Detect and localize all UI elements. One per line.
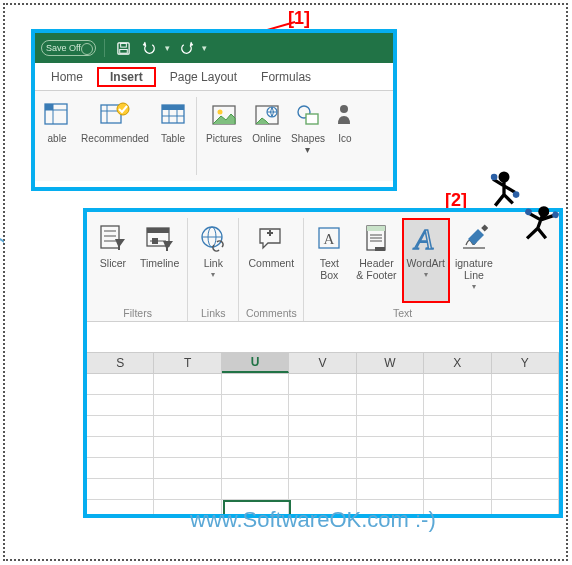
chevron-down-icon: ▾ [424,270,428,279]
svg-point-51 [513,191,520,198]
group-filters: Slicer Timeline Filters [91,218,184,321]
svg-text:A: A [413,222,434,255]
link-button[interactable]: Link ▾ [191,218,235,303]
slicer-icon [98,223,128,253]
col-T[interactable]: T [154,353,221,373]
spreadsheet-grid[interactable] [87,374,559,518]
timeline-icon [145,223,175,253]
col-Y[interactable]: Y [492,353,559,373]
panel-1-excel-ribbon-top: Save Off ▾ ▾ Home Insert Page Layout For… [31,29,397,191]
svg-rect-32 [152,238,158,244]
panel-2-excel-ribbon-bottom: Slicer Timeline Filters Link ▾ Links [83,208,563,518]
watermark-horizontal: www.SoftwareOK.com :-) [190,507,436,533]
shapes-button[interactable]: Shapes ▾ [287,97,329,157]
text-box-button[interactable]: A Text Box [307,218,351,303]
autosave-prefix: Save [46,43,67,53]
recommended-icon [99,101,131,129]
undo-icon[interactable] [139,38,159,58]
pictures-button[interactable]: Pictures [202,97,246,146]
header-footer-icon [364,223,388,253]
text-box-icon: A [315,223,343,253]
link-icon [198,223,228,253]
ribbon-tabs: Home Insert Page Layout Formulas [35,63,393,91]
svg-point-18 [218,110,223,115]
svg-point-54 [551,211,559,219]
wordart-icon: A [410,221,442,255]
icons-icon [335,102,355,128]
group-links: Link ▾ Links [191,218,235,321]
ribbon-area-1: able Recommended Table Pictures Online S… [35,91,393,181]
group-text: A Text Box Header & Footer A WordArt ▾ i… [307,218,498,321]
header-footer-button[interactable]: Header & Footer [351,218,401,303]
pictures-icon [211,102,237,128]
table-button[interactable]: Table [155,97,191,146]
chevron-down-icon: ▾ [472,282,476,291]
chevron-down-icon[interactable]: ▾ [165,43,170,53]
svg-rect-13 [162,105,184,110]
svg-rect-3 [119,49,127,53]
svg-point-49 [499,172,510,183]
svg-point-11 [117,103,129,115]
chevron-down-icon[interactable]: ▾ [202,43,207,53]
col-U[interactable]: U [222,353,289,373]
column-headers: S T U V W X Y [87,352,559,374]
svg-rect-25 [101,226,119,248]
table-icon [159,101,187,129]
svg-rect-23 [306,114,318,124]
tab-formulas[interactable]: Formulas [251,67,321,87]
svg-rect-2 [120,43,126,47]
group-comments: Comment Comments [242,218,300,321]
svg-rect-30 [147,228,169,233]
col-V[interactable]: V [289,353,356,373]
svg-point-24 [340,105,348,113]
timeline-button[interactable]: Timeline [135,218,184,303]
title-bar: Save Off ▾ ▾ [35,33,393,63]
save-icon[interactable] [113,38,133,58]
signature-line-button[interactable]: ignature Line ▾ [450,218,498,303]
climber-figure-icon [482,166,526,210]
signature-icon [460,223,488,253]
online-pictures-button[interactable]: Online [248,97,285,146]
online-pictures-icon [254,102,280,128]
redo-icon[interactable] [176,38,196,58]
col-W[interactable]: W [357,353,424,373]
ribbon-separator [303,218,304,321]
watermark-vertical: www.SoftwareOK.com :-) [0,235,6,525]
chevron-down-icon: ▾ [305,144,310,155]
autosave-state: Off [69,43,81,53]
col-X[interactable]: X [424,353,491,373]
autosave-toggle[interactable]: Save Off [41,40,96,56]
ribbon-separator [196,97,197,175]
slicer-button[interactable]: Slicer [91,218,135,303]
ribbon-area-2: Slicer Timeline Filters Link ▾ Links [87,212,559,322]
tab-insert[interactable]: Insert [97,67,156,87]
col-S[interactable]: S [87,353,154,373]
pivottable-icon [43,101,71,129]
shapes-icon [295,102,321,128]
tab-home[interactable]: Home [41,67,93,87]
icons-button[interactable]: Ico [331,97,359,146]
tab-page-layout[interactable]: Page Layout [160,67,247,87]
svg-rect-7 [45,104,53,110]
formula-bar-area [87,322,559,352]
svg-text:A: A [324,231,335,247]
chevron-down-icon: ▾ [211,270,215,279]
wordart-button[interactable]: A WordArt ▾ [402,218,450,303]
ribbon-separator [187,218,188,321]
ribbon-separator [238,218,239,321]
svg-rect-41 [367,226,385,231]
svg-point-50 [491,174,498,181]
comment-icon [256,223,286,253]
pivottable-button[interactable]: able [39,97,75,146]
recommended-button[interactable]: Recommended [77,97,153,146]
comment-button[interactable]: Comment [242,218,300,303]
qat-separator [104,39,105,57]
svg-rect-48 [481,224,488,231]
svg-rect-45 [375,247,385,251]
